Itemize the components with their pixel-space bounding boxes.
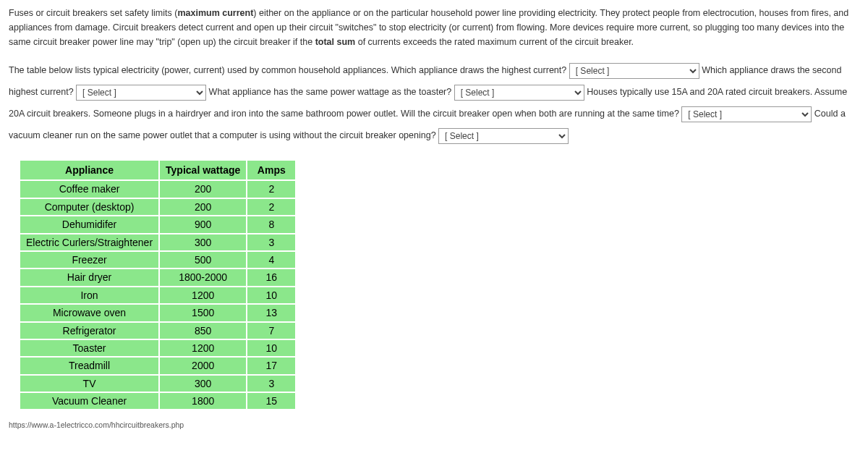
table-row: Iron120010 (20, 287, 295, 303)
cell-amps: 16 (247, 269, 295, 285)
question-1-text: The table below lists typical electricit… (9, 65, 569, 75)
question-1-select[interactable]: [ Select ] (569, 63, 699, 79)
intro-text-e: of currents exceeds the rated maximum cu… (355, 37, 634, 47)
cell-amps: 10 (247, 287, 295, 303)
cell-appliance: Computer (desktop) (20, 199, 158, 215)
cell-wattage: 200 (160, 199, 246, 215)
intro-bold-totalsum: total sum (315, 37, 356, 47)
appliance-table-wrap: Appliance Typical wattage Amps Coffee ma… (19, 159, 859, 410)
col-appliance: Appliance (20, 161, 158, 179)
cell-wattage: 2000 (160, 358, 246, 373)
question-2-select[interactable]: [ Select ] (76, 85, 206, 101)
appliance-table: Appliance Typical wattage Amps Coffee ma… (19, 159, 297, 410)
table-row: Refrigerator8507 (20, 323, 295, 339)
cell-amps: 10 (247, 340, 295, 356)
table-row: Dehumidifer9008 (20, 216, 295, 232)
question-3-select[interactable]: [ Select ] (454, 85, 584, 101)
cell-amps: 3 (247, 376, 295, 392)
cell-amps: 13 (247, 305, 295, 321)
table-row: Coffee maker2002 (20, 181, 295, 197)
cell-appliance: Iron (20, 287, 158, 303)
table-row: Treadmill200017 (20, 358, 295, 373)
cell-appliance: Coffee maker (20, 181, 158, 197)
question-3-text: What appliance has the same power wattag… (209, 87, 454, 97)
cell-wattage: 300 (160, 376, 246, 392)
cell-wattage: 200 (160, 181, 246, 197)
cell-appliance: Hair dryer (20, 269, 158, 285)
cell-wattage: 850 (160, 323, 246, 339)
table-row: Computer (desktop)2002 (20, 199, 295, 215)
cell-amps: 17 (247, 358, 295, 373)
table-row: Freezer5004 (20, 252, 295, 268)
intro-paragraph: Fuses or circuit breakers set safety lim… (9, 6, 859, 49)
cell-appliance: TV (20, 376, 158, 392)
col-amps: Amps (247, 161, 295, 179)
cell-amps: 8 (247, 216, 295, 232)
cell-appliance: Vacuum Cleaner (20, 393, 158, 409)
table-row: Microwave oven150013 (20, 305, 295, 321)
cell-appliance: Toaster (20, 340, 158, 356)
source-link: https://www.a-1electricco.com/hhcircuitb… (9, 419, 859, 431)
intro-text-a: Fuses or circuit breakers set safety lim… (9, 8, 177, 18)
col-wattage: Typical wattage (160, 161, 246, 179)
cell-wattage: 1200 (160, 287, 246, 303)
cell-amps: 2 (247, 199, 295, 215)
cell-appliance: Dehumidifer (20, 216, 158, 232)
table-row: Toaster120010 (20, 340, 295, 356)
table-row: Electric Curlers/Straightener3003 (20, 234, 295, 250)
cell-wattage: 500 (160, 252, 246, 268)
table-row: Hair dryer1800-200016 (20, 269, 295, 285)
table-row: TV3003 (20, 376, 295, 392)
cell-amps: 15 (247, 393, 295, 409)
cell-appliance: Electric Curlers/Straightener (20, 234, 158, 250)
question-block: The table below lists typical electricit… (9, 59, 859, 146)
cell-amps: 7 (247, 323, 295, 339)
cell-amps: 2 (247, 181, 295, 197)
cell-amps: 4 (247, 252, 295, 268)
question-5-select[interactable]: [ Select ] (438, 128, 569, 144)
cell-wattage: 1200 (160, 340, 246, 356)
cell-appliance: Microwave oven (20, 305, 158, 321)
cell-appliance: Refrigerator (20, 323, 158, 339)
cell-wattage: 1800 (160, 393, 246, 409)
cell-wattage: 300 (160, 234, 246, 250)
intro-bold-maxcurrent: maximum current (177, 8, 253, 18)
table-row: Vacuum Cleaner180015 (20, 393, 295, 409)
cell-appliance: Freezer (20, 252, 158, 268)
cell-appliance: Treadmill (20, 358, 158, 373)
cell-wattage: 900 (160, 216, 246, 232)
question-4-select[interactable]: [ Select ] (681, 106, 812, 122)
cell-amps: 3 (247, 234, 295, 250)
cell-wattage: 1800-2000 (160, 269, 246, 285)
cell-wattage: 1500 (160, 305, 246, 321)
